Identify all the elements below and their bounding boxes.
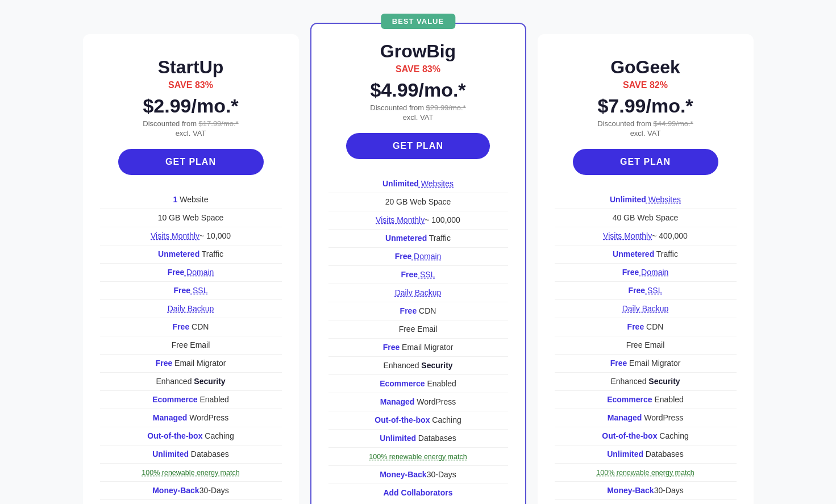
feature-text: Caching bbox=[202, 431, 234, 440]
feature-bold: Free bbox=[622, 268, 639, 277]
feature-item: Free SSL bbox=[100, 282, 282, 300]
feature-text: Databases bbox=[189, 449, 229, 459]
feature-text: ~ 400,000 bbox=[652, 231, 688, 240]
feature-item: Out-of-the-box Caching bbox=[100, 427, 282, 445]
feature-text: Caching bbox=[430, 415, 461, 424]
feature-text: Website bbox=[177, 195, 208, 204]
feature-bold: Ecommerce bbox=[380, 379, 425, 388]
original-price-gogeek: Discounted from $44.99/mo.* bbox=[555, 119, 737, 128]
feature-item: Free Domain bbox=[328, 248, 508, 266]
feature-text: Daily Backup bbox=[395, 288, 442, 297]
feature-item: Unmetered Traffic bbox=[328, 230, 508, 248]
feature-item: 100% renewable energy match bbox=[328, 448, 508, 466]
feature-item: Free CDN bbox=[328, 302, 508, 320]
plan-name-growbig: GrowBig bbox=[328, 41, 508, 62]
feature-text: Caching bbox=[657, 431, 688, 440]
feature-bold: Free bbox=[156, 359, 173, 368]
feature-item: Out-of-the-box Caching bbox=[328, 411, 508, 430]
feature-bold: Free bbox=[610, 359, 627, 368]
get-plan-btn-growbig[interactable]: GET PLAN bbox=[346, 133, 490, 159]
feature-bold: Free bbox=[383, 343, 400, 352]
feature-bold: Free bbox=[401, 270, 418, 279]
feature-link: Websites bbox=[419, 179, 454, 188]
feature-bold: Free bbox=[174, 286, 191, 295]
feature-text: 100% renewable energy match bbox=[369, 453, 467, 461]
feature-bold: Unlimited bbox=[152, 449, 189, 459]
original-price-growbig: Discounted from $29.99/mo.* bbox=[328, 103, 508, 112]
feature-text: Enabled bbox=[425, 379, 456, 388]
feature-bold: Unmetered bbox=[613, 249, 654, 259]
feature-bold: Ecommerce bbox=[607, 395, 652, 404]
feature-text: CDN bbox=[189, 322, 209, 331]
feature-item: Free Domain bbox=[100, 264, 282, 282]
feature-item: Free Email Migrator bbox=[328, 339, 508, 357]
feature-link: SSL bbox=[418, 270, 435, 279]
feature-item: Free Email Migrator bbox=[555, 355, 737, 373]
feature-bold: Free bbox=[629, 286, 646, 295]
feature-item: Ecommerce Enabled bbox=[555, 391, 737, 409]
feature-text: 40 GB Web Space bbox=[613, 213, 679, 222]
feature-bold2: Security bbox=[194, 377, 225, 386]
feature-item: Enhanced Security bbox=[328, 357, 508, 375]
feature-item: Money-Back30-Days bbox=[100, 482, 282, 500]
feature-bold2: Security bbox=[648, 377, 680, 386]
feature-bold: Free bbox=[173, 322, 190, 331]
feature-text: ~ 100,000 bbox=[425, 215, 460, 224]
feature-item: Out-of-the-box Caching bbox=[555, 427, 737, 445]
feature-link: Websites bbox=[646, 195, 681, 204]
feature-link: Visits Monthly bbox=[376, 215, 425, 224]
feature-bold: Unlimited bbox=[610, 195, 646, 204]
plan-card-gogeek: GoGeekSAVE 82%$7.99/mo.*Discounted from … bbox=[538, 34, 754, 504]
feature-text: Enhanced bbox=[383, 361, 421, 370]
feature-text: ~ 10,000 bbox=[199, 231, 231, 240]
feature-bold: Money-Back bbox=[380, 470, 426, 479]
feature-bold: Unlimited bbox=[607, 449, 643, 459]
feature-item: Enhanced Security bbox=[100, 373, 282, 391]
feature-item: Free Domain bbox=[555, 264, 737, 282]
feature-item: 20 GB Web Space bbox=[328, 193, 508, 211]
feature-text: Traffic bbox=[654, 249, 678, 259]
feature-text: Enhanced bbox=[610, 377, 648, 386]
feature-bold: Out-of-the-box bbox=[602, 431, 657, 440]
feature-item: Daily Backup bbox=[328, 284, 508, 302]
feature-text: WordPress bbox=[187, 413, 228, 422]
feature-text: CDN bbox=[644, 322, 663, 331]
feature-item: Unlimited Databases bbox=[100, 445, 282, 464]
feature-item: Ecommerce Enabled bbox=[328, 375, 508, 393]
feature-text: CDN bbox=[417, 306, 436, 315]
feature-link: SSL bbox=[190, 286, 207, 295]
feature-item: Free SSL bbox=[328, 266, 508, 284]
plan-name-gogeek: GoGeek bbox=[555, 57, 737, 78]
save-badge-startup: SAVE 83% bbox=[100, 80, 282, 90]
feature-item: Free CDN bbox=[555, 318, 737, 336]
feature-link: SSL bbox=[645, 286, 662, 295]
get-plan-btn-startup[interactable]: GET PLAN bbox=[118, 149, 264, 175]
feature-text: Daily Backup bbox=[168, 304, 214, 313]
feature-bold: Free bbox=[400, 306, 417, 315]
feature-text: 10 GB Web Space bbox=[158, 213, 224, 222]
excl-vat-growbig: excl. VAT bbox=[328, 113, 508, 122]
feature-bold: Unlimited bbox=[380, 434, 416, 443]
feature-item: Free Email bbox=[328, 320, 508, 339]
feature-text: 100% renewable energy match bbox=[142, 469, 239, 477]
feature-item: Managed WordPress bbox=[555, 409, 737, 427]
feature-text: Databases bbox=[643, 449, 684, 459]
feature-item: Money-Back30-Days bbox=[555, 482, 737, 500]
feature-item: Add Collaborators bbox=[100, 500, 282, 504]
feature-text: Databases bbox=[416, 434, 456, 443]
feature-bold: Out-of-the-box bbox=[375, 415, 430, 424]
feature-text: 100% renewable energy match bbox=[596, 469, 694, 477]
get-plan-btn-gogeek[interactable]: GET PLAN bbox=[573, 149, 718, 175]
feature-text: Free Email bbox=[172, 340, 210, 349]
excl-vat-startup: excl. VAT bbox=[100, 129, 282, 138]
feature-item: Visits Monthly~ 400,000 bbox=[555, 227, 737, 245]
excl-vat-gogeek: excl. VAT bbox=[555, 129, 737, 138]
feature-item: Add Collaborators bbox=[328, 484, 508, 502]
feature-item: Unmetered Traffic bbox=[100, 245, 282, 264]
feature-text: WordPress bbox=[642, 413, 683, 422]
plan-card-growbig: BEST VALUEGrowBigSAVE 83%$4.99/mo.*Disco… bbox=[310, 23, 526, 504]
feature-item: 10 GB Web Space bbox=[100, 209, 282, 227]
feature-bold: Unlimited bbox=[382, 179, 419, 188]
feature-item: Unlimited Databases bbox=[328, 430, 508, 448]
feature-text: 30-Days bbox=[654, 486, 684, 495]
